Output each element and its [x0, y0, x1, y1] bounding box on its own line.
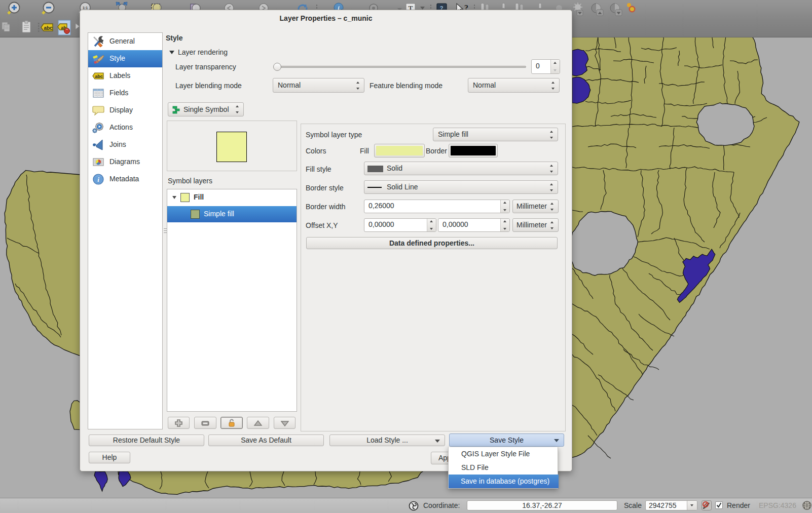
svg-text:1:1: 1:1 [83, 6, 88, 10]
svg-text:i: i [97, 176, 99, 183]
svg-text:abc: abc [44, 25, 53, 31]
svg-text:abc: abc [95, 74, 103, 79]
